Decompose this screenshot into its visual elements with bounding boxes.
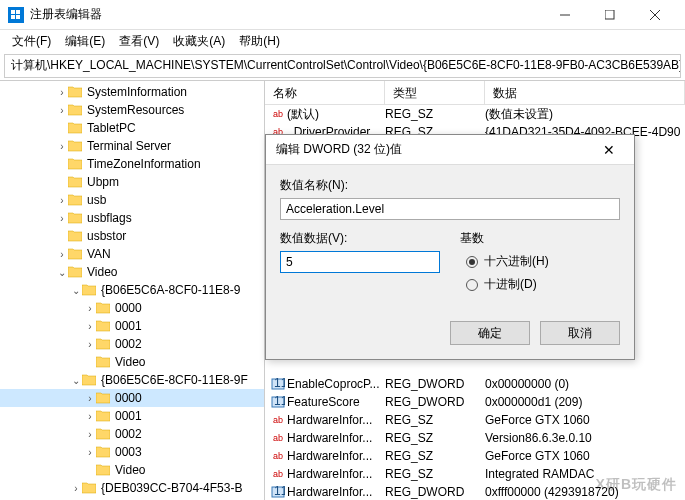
expand-icon[interactable] — [84, 303, 96, 314]
tree-item[interactable]: 0000 — [0, 389, 264, 407]
tree-item[interactable]: Video — [0, 353, 264, 371]
ok-button[interactable]: 确定 — [450, 321, 530, 345]
list-row[interactable]: 110EnableCoprocP...REG_DWORD0x00000000 (… — [265, 375, 685, 393]
expand-icon[interactable] — [56, 213, 68, 224]
value-data: GeForce GTX 1060 — [485, 413, 685, 427]
tree-item[interactable]: 0003 — [0, 443, 264, 461]
tree-label: SystemInformation — [87, 85, 187, 99]
value-name: HardwareInfor... — [287, 467, 385, 481]
expand-icon[interactable] — [84, 429, 96, 440]
address-bar[interactable]: 计算机\HKEY_LOCAL_MACHINE\SYSTEM\CurrentCon… — [4, 54, 681, 78]
value-data: (数值未设置) — [485, 106, 685, 123]
tree-item[interactable]: usbstor — [0, 227, 264, 245]
tree-item[interactable]: 0000 — [0, 299, 264, 317]
tree-item[interactable]: usbflags — [0, 209, 264, 227]
value-type: REG_DWORD — [385, 395, 485, 409]
tree-item[interactable]: Ubpm — [0, 173, 264, 191]
folder-icon — [96, 355, 112, 369]
tree-item[interactable]: 0002 — [0, 335, 264, 353]
list-row[interactable]: ab(默认)REG_SZ(数值未设置) — [265, 105, 685, 123]
expand-icon[interactable] — [84, 321, 96, 332]
value-type: REG_SZ — [385, 413, 485, 427]
dialog-title: 编辑 DWORD (32 位)值 — [276, 141, 594, 158]
expand-icon[interactable] — [56, 105, 68, 116]
expand-icon[interactable] — [84, 393, 96, 404]
svg-text:110: 110 — [274, 485, 285, 498]
menubar: 文件(F) 编辑(E) 查看(V) 收藏夹(A) 帮助(H) — [0, 30, 685, 52]
value-type-icon: 110 — [269, 377, 287, 391]
expand-icon[interactable] — [84, 339, 96, 350]
col-header-name[interactable]: 名称 — [265, 81, 385, 104]
value-name-field[interactable] — [280, 198, 620, 220]
radio-hex-icon — [466, 256, 478, 268]
tree-item[interactable]: 0002 — [0, 425, 264, 443]
menu-edit[interactable]: 编辑(E) — [59, 31, 111, 52]
radio-hex-label: 十六进制(H) — [484, 253, 549, 270]
svg-text:110: 110 — [274, 377, 285, 390]
menu-file[interactable]: 文件(F) — [6, 31, 57, 52]
tree-item[interactable]: Terminal Server — [0, 137, 264, 155]
cancel-button[interactable]: 取消 — [540, 321, 620, 345]
close-button[interactable] — [632, 0, 677, 30]
expand-icon[interactable] — [84, 411, 96, 422]
maximize-button[interactable] — [587, 0, 632, 30]
menu-view[interactable]: 查看(V) — [113, 31, 165, 52]
tree-item[interactable]: usb — [0, 191, 264, 209]
tree-item[interactable]: Video — [0, 461, 264, 479]
app-icon — [8, 7, 24, 23]
tree-item[interactable]: 0001 — [0, 317, 264, 335]
list-row[interactable]: abHardwareInfor...REG_SZGeForce GTX 1060 — [265, 447, 685, 465]
svg-rect-5 — [605, 10, 614, 19]
value-type-icon: ab — [269, 451, 287, 461]
tree-item[interactable]: SystemResources — [0, 101, 264, 119]
tree-item[interactable]: {B06E5C6E-8CF0-11E8-9F — [0, 371, 264, 389]
folder-icon — [96, 445, 112, 459]
folder-icon — [96, 427, 112, 441]
dialog-close-button[interactable]: ✕ — [594, 142, 624, 158]
tree-item[interactable]: {B06E5C6A-8CF0-11E8-9 — [0, 281, 264, 299]
tree-item[interactable]: 0001 — [0, 407, 264, 425]
tree-item[interactable]: TimeZoneInformation — [0, 155, 264, 173]
col-header-type[interactable]: 类型 — [385, 81, 485, 104]
list-row[interactable]: 110FeatureScoreREG_DWORD0x000000d1 (209) — [265, 393, 685, 411]
expand-icon[interactable] — [84, 447, 96, 458]
col-header-data[interactable]: 数据 — [485, 81, 685, 104]
menu-help[interactable]: 帮助(H) — [233, 31, 286, 52]
expand-icon[interactable] — [70, 375, 82, 386]
svg-rect-1 — [16, 10, 20, 14]
folder-icon — [82, 373, 98, 387]
folder-icon — [68, 121, 84, 135]
value-type-icon: 110 — [269, 485, 287, 499]
minimize-button[interactable] — [542, 0, 587, 30]
tree-label: 0001 — [115, 319, 142, 333]
expand-icon[interactable] — [56, 87, 68, 98]
folder-icon — [68, 175, 84, 189]
tree-item[interactable]: Video — [0, 263, 264, 281]
svg-rect-0 — [11, 10, 15, 14]
tree-item[interactable]: SystemInformation — [0, 83, 264, 101]
menu-favorites[interactable]: 收藏夹(A) — [167, 31, 231, 52]
expand-icon[interactable] — [70, 285, 82, 296]
tree-item[interactable]: {DEB039CC-B704-4F53-B — [0, 479, 264, 497]
radio-hex[interactable]: 十六进制(H) — [460, 253, 620, 270]
value-type: REG_SZ — [385, 467, 485, 481]
value-name: (默认) — [287, 106, 385, 123]
folder-icon — [96, 319, 112, 333]
list-row[interactable]: abHardwareInfor...REG_SZGeForce GTX 1060 — [265, 411, 685, 429]
value-type: REG_SZ — [385, 107, 485, 121]
value-data-field[interactable] — [280, 251, 440, 273]
expand-icon[interactable] — [70, 483, 82, 494]
expand-icon[interactable] — [56, 195, 68, 206]
expand-icon[interactable] — [56, 141, 68, 152]
list-row[interactable]: abHardwareInfor...REG_SZVersion86.6.3e.0… — [265, 429, 685, 447]
expand-icon[interactable] — [56, 249, 68, 260]
radio-dec[interactable]: 十进制(D) — [460, 276, 620, 293]
window-title: 注册表编辑器 — [30, 6, 542, 23]
tree-pane[interactable]: SystemInformationSystemResourcesTabletPC… — [0, 81, 265, 500]
tree-item[interactable]: VAN — [0, 245, 264, 263]
dialog-titlebar: 编辑 DWORD (32 位)值 ✕ — [266, 135, 634, 165]
tree-item[interactable]: TabletPC — [0, 119, 264, 137]
tree-label: Terminal Server — [87, 139, 171, 153]
tree-label: Video — [115, 355, 145, 369]
expand-icon[interactable] — [56, 267, 68, 278]
